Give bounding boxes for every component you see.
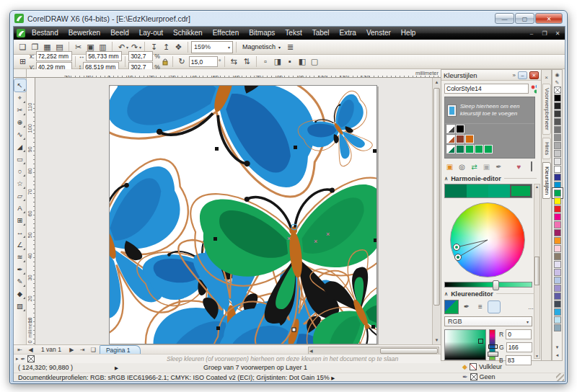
color-style-swatch[interactable]	[456, 135, 464, 143]
canvas-vertical-scrollbar[interactable]: ▲ ▼	[432, 78, 441, 344]
docker-chevron-icon[interactable]: »	[513, 72, 516, 79]
channel-value-field[interactable]	[506, 355, 532, 365]
menu-item[interactable]: Bitmaps	[244, 27, 280, 40]
palette-swatch[interactable]	[554, 166, 561, 173]
x-position-field[interactable]	[36, 51, 72, 61]
sliders-view-icon[interactable]: ≡	[475, 301, 486, 313]
menu-item[interactable]: Schikken	[168, 27, 208, 40]
maximize-button[interactable]: ▢	[515, 13, 534, 24]
fill-tool[interactable]: ◆	[14, 288, 26, 300]
rotation-angle-field[interactable]	[189, 56, 218, 67]
harmony-swatch[interactable]	[445, 184, 467, 197]
add-page-icon[interactable]: ❏	[89, 347, 98, 353]
new-document-icon[interactable]: ❏	[17, 41, 29, 53]
menu-item[interactable]: Effecten	[208, 27, 245, 40]
scale-h-field[interactable]	[128, 51, 153, 61]
shape-tool[interactable]: ⌖	[14, 92, 26, 104]
brightness-slider[interactable]	[444, 282, 532, 288]
palette-swatch[interactable]	[554, 324, 561, 331]
color-style-swatch[interactable]	[475, 145, 483, 153]
doc-close-button[interactable]: ✕	[553, 30, 562, 37]
close-button[interactable]: ✕	[535, 13, 563, 24]
to-front-button[interactable]: ▢	[309, 55, 321, 68]
scrollbar-thumb[interactable]	[534, 257, 539, 285]
freehand-tool[interactable]: ∿	[14, 128, 26, 141]
menu-item[interactable]: Tabel	[307, 27, 335, 40]
palette-swatch[interactable]	[554, 126, 561, 133]
snap-to-select[interactable]: Magnetisch▾	[239, 41, 283, 53]
docker-tabs-close-icon[interactable]: ×	[545, 74, 548, 81]
style-name-field[interactable]	[444, 84, 529, 94]
palette-picker-icon[interactable]: ✎	[555, 79, 560, 86]
docker-side-tab[interactable]: Hints	[542, 138, 551, 159]
palette-swatch[interactable]	[554, 253, 561, 260]
eyedropper-icon[interactable]: ✒	[461, 301, 472, 313]
connector-tool[interactable]: ∠	[14, 239, 26, 251]
docker-scrollbar[interactable]: ▲ ▼	[534, 184, 540, 359]
doc-minimize-button[interactable]: –	[527, 30, 536, 37]
no-color-swatch[interactable]	[554, 86, 561, 94]
minimize-button[interactable]: —	[495, 13, 514, 24]
harmony-swatch[interactable]	[510, 184, 532, 197]
palette-swatch[interactable]	[554, 293, 561, 300]
selection-handle[interactable]	[374, 239, 376, 242]
ellipse-tool[interactable]: ○	[14, 165, 26, 177]
docker-side-tab[interactable]: Kleurstijlen	[542, 162, 551, 199]
lock-ratio-icon[interactable]	[161, 58, 169, 66]
app-launcher-icon[interactable]: ❖	[172, 41, 185, 53]
menu-item[interactable]: Beeld	[105, 27, 134, 40]
color-style-swatch[interactable]	[456, 125, 464, 133]
color-style-swatch[interactable]	[465, 135, 474, 143]
palette-swatch[interactable]	[554, 142, 561, 149]
palette-swatch[interactable]	[554, 94, 561, 102]
palette-swatch[interactable]	[554, 316, 561, 324]
object-width-field[interactable]	[86, 51, 122, 61]
horizontal-ruler[interactable]: millimeter -20-1001020304050607080901001…	[27, 69, 441, 78]
resize-grip[interactable]	[556, 373, 564, 381]
selection-handle[interactable]	[371, 325, 375, 329]
palettes-icon[interactable]	[502, 301, 514, 313]
doc-restore-button[interactable]: ❐	[540, 30, 549, 37]
menu-item[interactable]: Bewerken	[63, 27, 105, 40]
hue-marker[interactable]	[488, 344, 498, 349]
convert-harmony-button[interactable]: ⇄	[469, 161, 480, 172]
palette-swatch[interactable]	[554, 110, 561, 117]
palette-swatch[interactable]	[554, 229, 561, 236]
palette-swatch[interactable]	[554, 205, 561, 213]
saturation-brightness-picker[interactable]	[444, 329, 486, 360]
color-style-swatch[interactable]	[456, 145, 464, 153]
palette-swatch[interactable]	[554, 300, 561, 308]
color-model-select[interactable]: RGB ▾	[444, 316, 532, 326]
selection-handle[interactable]	[294, 146, 297, 149]
dimension-tool[interactable]: ↔	[14, 226, 26, 239]
style-parent-chip[interactable]	[446, 125, 455, 133]
palette-swatch[interactable]	[554, 182, 561, 189]
palette-swatch[interactable]	[554, 285, 561, 292]
style-drop-area[interactable]: Sleep hierheen om een kleurstijl toe te …	[444, 97, 535, 159]
hue-handle[interactable]	[488, 352, 498, 357]
crop-tool[interactable]: ✂	[14, 104, 26, 116]
docker-minimize-button[interactable]: –	[518, 71, 527, 79]
menu-item[interactable]: Extra	[335, 27, 361, 40]
palette-eyedropper-icon[interactable]: ✒	[21, 356, 26, 362]
scale-stroke-button[interactable]: ▪	[284, 55, 296, 68]
table-tool[interactable]: ⊞	[14, 214, 26, 226]
color-style-swatch[interactable]	[465, 145, 474, 153]
palette-swatch[interactable]	[554, 308, 561, 316]
first-page-icon[interactable]: ⇤	[15, 347, 25, 353]
outline-width-button[interactable]: ◧	[296, 55, 309, 68]
palette-scroll-down-icon[interactable]: ▾	[556, 343, 559, 351]
menu-item[interactable]: Help	[396, 27, 421, 40]
selection-handle[interactable]	[373, 149, 376, 153]
no-color-swatch[interactable]	[27, 355, 35, 362]
basic-shapes-tool[interactable]: ▱	[14, 190, 26, 202]
flyout-arrow-icon[interactable]: ▶	[115, 365, 118, 371]
title-bar[interactable]: CorelDRAW X6 (64-bits) - [E:\EdzKleurpro…	[10, 11, 567, 26]
palette-swatch[interactable]	[554, 269, 561, 276]
palette-swatch[interactable]	[554, 150, 561, 157]
palette-swatch[interactable]	[554, 158, 561, 165]
picker-indicator[interactable]	[478, 339, 483, 344]
canvas-area[interactable]: × × ×	[35, 78, 441, 344]
palette-swatch[interactable]	[554, 134, 561, 141]
rectangle-tool[interactable]: ▭	[14, 153, 26, 165]
